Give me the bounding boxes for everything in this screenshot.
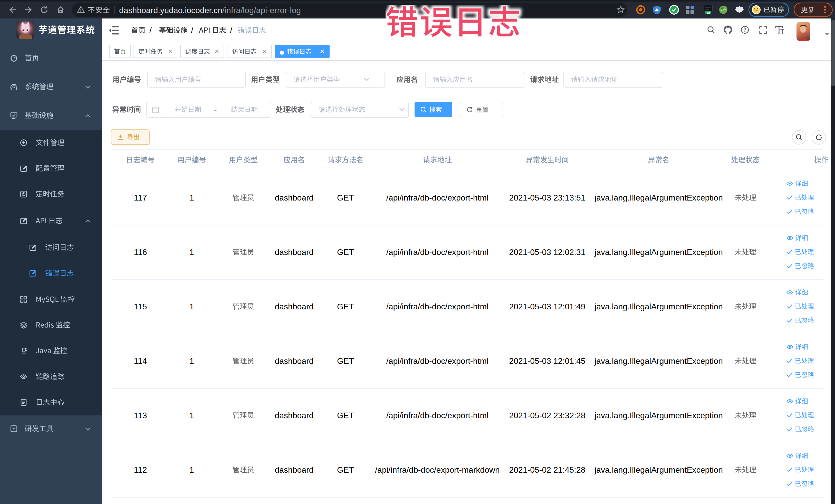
svg-text:on: on	[707, 11, 710, 14]
